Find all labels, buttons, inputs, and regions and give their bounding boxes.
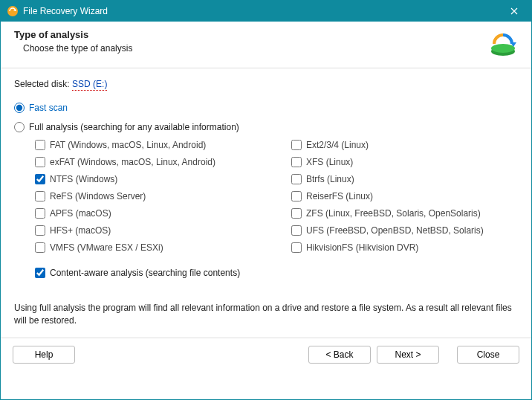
filesystem-grid: FAT (Windows, macOS, Linux, Android) Ext…: [35, 140, 518, 253]
wizard-content: Selected disk: SSD (E:) Fast scan Full a…: [1, 68, 531, 297]
fs-checkbox-exfat[interactable]: exFAT (Windows, macOS, Linux, Android): [35, 157, 262, 167]
content-aware-checkbox[interactable]: Content-aware analysis (searching file c…: [35, 268, 518, 278]
selected-disk-label: Selected disk:: [14, 79, 72, 89]
fs-checkbox-btrfs[interactable]: Btrfs (Linux): [291, 174, 518, 184]
page-title: Type of analysis: [14, 29, 488, 40]
fast-scan-radio-input[interactable]: [14, 103, 25, 113]
content-aware-label: Content-aware analysis (searching file c…: [50, 268, 240, 278]
full-analysis-radio[interactable]: Full analysis (searching for any availab…: [14, 122, 518, 132]
fs-checkbox-ext[interactable]: Ext2/3/4 (Linux): [291, 140, 518, 150]
content-aware-checkbox-input[interactable]: [35, 268, 45, 278]
recovery-icon: [488, 29, 518, 59]
fs-checkbox-refs[interactable]: ReFS (Windows Server): [35, 191, 262, 201]
fs-checkbox-fat[interactable]: FAT (Windows, macOS, Linux, Android): [35, 140, 262, 150]
fs-checkbox-zfs[interactable]: ZFS (Linux, FreeBSD, Solaris, OpenSolari…: [291, 208, 518, 219]
wizard-header: Type of analysis Choose the type of anal…: [1, 22, 531, 68]
wizard-footer: Help < Back Next > Close: [1, 338, 531, 371]
full-analysis-radio-input[interactable]: [14, 122, 25, 132]
selected-disk-link[interactable]: SSD (E:): [72, 79, 107, 91]
next-button[interactable]: Next >: [377, 346, 439, 364]
svg-point-0: [7, 6, 18, 16]
fs-checkbox-reiserfs[interactable]: ReiserFS (Linux): [291, 191, 518, 201]
svg-point-2: [491, 44, 515, 53]
fs-checkbox-hfs[interactable]: HFS+ (macOS): [35, 225, 262, 236]
close-button[interactable]: Close: [457, 346, 519, 364]
fast-scan-radio[interactable]: Fast scan: [14, 103, 518, 113]
fast-scan-label: Fast scan: [29, 103, 68, 113]
titlebar: File Recovery Wizard: [1, 1, 531, 22]
close-icon[interactable]: [503, 1, 525, 22]
back-button[interactable]: < Back: [308, 346, 371, 364]
fs-checkbox-hikvision[interactable]: HikvisionFS (Hikvision DVR): [291, 242, 518, 253]
fs-checkbox-ntfs[interactable]: NTFS (Windows): [35, 174, 262, 184]
fs-checkbox-xfs[interactable]: XFS (Linux): [291, 157, 518, 167]
selected-disk-row: Selected disk: SSD (E:): [14, 79, 518, 89]
full-analysis-label: Full analysis (searching for any availab…: [29, 122, 239, 132]
fs-checkbox-vmfs[interactable]: VMFS (VMware ESX / ESXi): [35, 242, 262, 253]
fs-checkbox-apfs[interactable]: APFS (macOS): [35, 208, 262, 219]
fs-checkbox-ufs[interactable]: UFS (FreeBSD, OpenBSD, NetBSD, Solaris): [291, 225, 518, 236]
hint-text: Using full analysis the program will fin…: [1, 297, 531, 338]
page-subtitle: Choose the type of analysis: [23, 43, 488, 54]
app-icon: [7, 5, 19, 17]
window-title: File Recovery Wizard: [23, 6, 503, 16]
help-button[interactable]: Help: [13, 346, 75, 364]
